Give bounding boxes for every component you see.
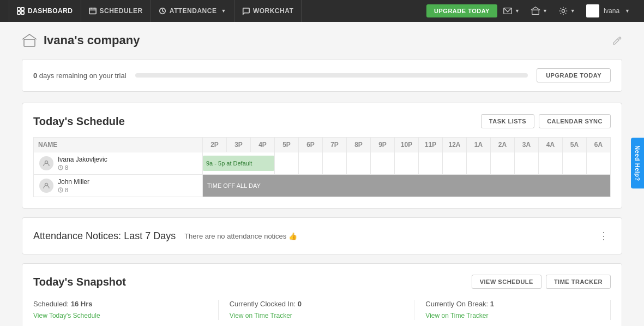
schedule-actions: TASK LISTS CALENDAR SYNC <box>481 114 611 128</box>
col-header-3p: 3P <box>227 138 251 152</box>
employee-name: John Miller <box>58 178 89 186</box>
avatar <box>39 179 53 193</box>
messages-nav[interactable]: ▼ <box>497 6 525 16</box>
attendance-header: Attendance Notices: Last 7 Days There ar… <box>33 229 611 243</box>
company-title-row: Ivana's company <box>22 33 140 48</box>
company-name: Ivana's company <box>44 33 140 48</box>
stat-break-text: Currently On Break: <box>425 300 488 308</box>
stat-clocked-in: Currently Clocked In: 0 View on Time Tra… <box>219 300 415 320</box>
need-help-tab[interactable]: Need Help? <box>631 138 644 189</box>
messages-chevron: ▼ <box>515 8 520 14</box>
time-tracker-link-2[interactable]: View on Time Tracker <box>425 312 488 319</box>
col-header-10p: 10P <box>395 138 419 152</box>
trial-upgrade-button[interactable]: UPGRADE TODAY <box>537 68 611 82</box>
clock-icon <box>159 7 166 15</box>
task-lists-button[interactable]: TASK LISTS <box>481 114 534 128</box>
dashboard-icon <box>17 7 25 15</box>
view-schedule-link[interactable]: View Today's Schedule <box>33 312 100 319</box>
empty-cell <box>275 152 299 175</box>
store-nav-icon <box>531 6 540 16</box>
company-store-icon <box>22 33 37 48</box>
col-header-1a: 1A <box>467 138 491 152</box>
svg-rect-1 <box>21 8 24 10</box>
top-navigation: DASHBOARD SCHEDULER ATTENDANCE ▼ WORKCHA… <box>0 0 644 22</box>
envelope-icon <box>503 6 513 16</box>
col-header-7p: 7P <box>323 138 347 152</box>
stat-scheduled-label: Scheduled: 16 Hrs <box>33 300 207 308</box>
time-off-cell: TIME OFF ALL DAY <box>203 175 611 197</box>
col-header-3a: 3A <box>515 138 539 152</box>
stat-scheduled: Scheduled: 16 Hrs View Today's Schedule <box>33 300 219 320</box>
empty-cell <box>467 152 491 175</box>
shift-label: 9a - 5p at Default <box>206 160 252 167</box>
trial-days: 0 <box>33 72 37 80</box>
empty-cell <box>347 152 371 175</box>
chat-icon <box>242 7 250 15</box>
time-tracker-button[interactable]: TIME TRACKER <box>546 275 611 289</box>
store-nav[interactable]: ▼ <box>525 6 553 16</box>
shift-cell: 9a - 5p at Default <box>203 152 275 175</box>
nav-workchat[interactable]: WORKCHAT <box>234 0 302 22</box>
nav-attendance[interactable]: ATTENDANCE ▼ <box>151 0 234 22</box>
employee-name-cell: Ivana Jakovljevic 8 <box>34 152 203 175</box>
nav-scheduler[interactable]: SCHEDULER <box>81 0 151 22</box>
trial-remaining-text: days remaining on your trial <box>39 72 127 80</box>
svg-rect-12 <box>24 39 35 46</box>
empty-cell <box>587 152 611 175</box>
gear-icon <box>558 6 568 16</box>
schedule-card-header: Today's Schedule TASK LISTS CALENDAR SYN… <box>33 114 611 128</box>
trial-text: 0 days remaining on your trial <box>33 72 127 80</box>
edit-icon[interactable] <box>612 35 622 45</box>
col-header-11p: 11P <box>419 138 443 152</box>
svg-rect-10 <box>532 10 539 14</box>
stat-scheduled-value: 16 Hrs <box>71 300 93 308</box>
col-header-6p: 6P <box>299 138 323 152</box>
calendar-sync-button[interactable]: CALENDAR SYNC <box>539 114 611 128</box>
stat-clocked-label: Currently Clocked In: 0 <box>230 300 404 308</box>
store-chevron: ▼ <box>543 8 547 14</box>
employee-row: Ivana Jakovljevic 8 <box>39 156 197 171</box>
employee-hours: 8 <box>58 187 89 193</box>
scheduler-icon <box>89 7 97 15</box>
svg-rect-0 <box>17 8 20 10</box>
trial-bar: 0 days remaining on your trial UPGRADE T… <box>22 59 622 92</box>
upgrade-button[interactable]: UPGRADE TODAY <box>426 4 497 17</box>
snapshot-header: Today's Snapshot VIEW SCHEDULE TIME TRAC… <box>33 275 611 289</box>
employee-name: Ivana Jakovljevic <box>58 156 107 163</box>
settings-nav[interactable]: ▼ <box>553 6 581 16</box>
nav-dashboard-label: DASHBOARD <box>28 7 73 15</box>
col-header-5a: 5A <box>563 138 587 152</box>
empty-cell <box>299 152 323 175</box>
attendance-subtitle: Last 7 Days <box>124 230 176 241</box>
attendance-menu-button[interactable]: ⋮ <box>597 229 611 243</box>
empty-cell <box>323 152 347 175</box>
view-schedule-button[interactable]: VIEW SCHEDULE <box>472 275 541 289</box>
person-icon <box>43 182 50 189</box>
user-chevron: ▼ <box>625 8 630 14</box>
schedule-title: Today's Schedule <box>33 115 125 128</box>
time-tracker-link-1[interactable]: View on Time Tracker <box>230 312 292 319</box>
col-header-4a: 4A <box>539 138 563 152</box>
col-header-8p: 8P <box>347 138 371 152</box>
user-menu[interactable]: Ivana ▼ <box>581 4 635 17</box>
settings-chevron: ▼ <box>570 8 575 14</box>
svg-point-11 <box>562 9 564 12</box>
attendance-chevron: ▼ <box>221 8 226 14</box>
avatar <box>586 4 599 17</box>
stat-scheduled-text: Scheduled: <box>33 300 69 308</box>
hours-value: 8 <box>65 164 68 171</box>
col-header-6a: 6A <box>587 138 611 152</box>
nav-dashboard[interactable]: DASHBOARD <box>9 0 81 22</box>
shift-block: 9a - 5p at Default <box>203 156 274 171</box>
col-header-2p: 2P <box>203 138 227 152</box>
attendance-notice: There are no attendance notices 👍 <box>184 232 297 240</box>
svg-rect-2 <box>17 11 20 14</box>
trial-progress-bar <box>135 73 528 78</box>
company-header: Ivana's company <box>22 33 622 48</box>
nav-scheduler-label: SCHEDULER <box>100 7 143 15</box>
svg-rect-4 <box>89 8 95 14</box>
nav-attendance-label: ATTENDANCE <box>170 7 217 15</box>
col-header-12a: 12A <box>443 138 467 152</box>
table-row: Ivana Jakovljevic 8 9a - 5p at D <box>34 152 611 175</box>
col-header-4p: 4P <box>251 138 275 152</box>
